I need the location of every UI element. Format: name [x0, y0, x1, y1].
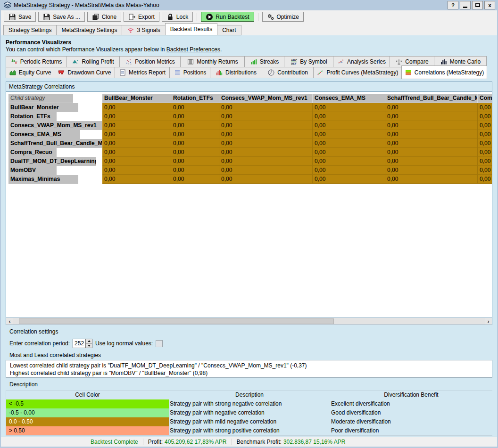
export-button[interactable]: Export	[124, 12, 159, 22]
correlation-cell[interactable]: 0,00	[478, 157, 492, 166]
log-normal-checkbox[interactable]	[156, 340, 163, 347]
row-header-maximas-minimas[interactable]: Maximas_Minimas	[8, 175, 78, 184]
correlation-cell[interactable]: 0,00	[219, 121, 313, 130]
correlation-cell[interactable]: 0,00	[385, 130, 478, 139]
correlation-cell[interactable]: 0,00	[171, 166, 219, 175]
correlation-cell[interactable]: 0,00	[219, 103, 313, 112]
row-header-schafftrend-bull-bear-candle-ms[interactable]: SchaffTrend_Bull_Bear_Candle_MS	[8, 139, 102, 148]
scroll-left-icon[interactable]: ‹	[6, 318, 13, 325]
correlation-cell[interactable]: 0,00	[313, 139, 385, 148]
lock-button[interactable]: Lock	[162, 12, 193, 22]
horizontal-scrollbar[interactable]: ‹ ›	[6, 318, 492, 325]
correlation-cell[interactable]: 0,00	[102, 175, 171, 184]
backtest-preferences-link[interactable]: Backtest Preferences	[166, 46, 220, 53]
correlation-cell[interactable]: 0,00	[219, 148, 313, 157]
correlation-cell[interactable]: 0,00	[313, 121, 385, 130]
correlation-cell[interactable]: 0,00	[102, 103, 171, 112]
close-button[interactable]: x	[484, 1, 495, 9]
corner-header[interactable]: Child strategy	[8, 94, 73, 103]
save-as-button[interactable]: Save As ...	[38, 12, 84, 22]
viz-tab-rolling-profit[interactable]: Rolling Profit	[66, 56, 120, 67]
viz-tab-periodic-returns[interactable]: Periodic Returns	[6, 56, 66, 67]
correlation-cell[interactable]: 0,00	[102, 166, 171, 175]
tab-backtest-results[interactable]: Backtest Results	[165, 23, 217, 35]
correlation-cell[interactable]: 0,00	[385, 103, 478, 112]
row-header-consecs-ema-ms[interactable]: Consecs_EMA_MS	[8, 130, 80, 139]
tab-strategy-settings[interactable]: Strategy Settings	[3, 25, 57, 35]
correlation-cell[interactable]: 0,00	[478, 121, 492, 130]
correlation-cell[interactable]: 0,00	[313, 112, 385, 121]
row-header-rotation-etfs[interactable]: Rotation_ETFs	[8, 112, 57, 121]
scroll-right-icon[interactable]: ›	[485, 318, 492, 325]
correlation-cell[interactable]: 0,00	[313, 130, 385, 139]
viz-tab-position-metrics[interactable]: Position Metrics	[119, 56, 181, 67]
viz-tab-drawdown-curve[interactable]: Drawdown Curve	[54, 67, 115, 78]
maximize-button[interactable]	[472, 1, 483, 9]
scrollbar-thumb[interactable]	[19, 318, 334, 324]
correlation-cell[interactable]: 0,00	[313, 157, 385, 166]
viz-tab-equity-curve[interactable]: Equity Curve	[6, 67, 54, 78]
correlation-cell[interactable]: 0,00	[102, 157, 171, 166]
correlation-cell[interactable]: 0,00	[385, 175, 478, 184]
correlation-cell[interactable]: 0,00	[102, 121, 171, 130]
column-header-consecs-ema-ms[interactable]: Consecs_EMA_MS	[313, 94, 385, 103]
correlation-cell[interactable]: 0,00	[478, 175, 492, 184]
tab-chart[interactable]: Chart	[217, 25, 241, 35]
correlation-cell[interactable]: 0,00	[313, 103, 385, 112]
correlation-cell[interactable]: 0,00	[219, 112, 313, 121]
correlation-cell[interactable]: 0,00	[219, 166, 313, 175]
correlation-cell[interactable]: 0,00	[219, 139, 313, 148]
correlation-cell[interactable]: 0,00	[102, 112, 171, 121]
correlation-cell[interactable]: 0,00	[385, 112, 478, 121]
tab-metastrategy-settings[interactable]: MetaStrategy Settings	[56, 25, 122, 35]
correlation-cell[interactable]: 0,00	[171, 139, 219, 148]
viz-tab-contribution[interactable]: Contribution	[262, 67, 314, 78]
correlation-cell[interactable]: 0,00	[171, 148, 219, 157]
correlation-cell[interactable]: 0,00	[478, 130, 492, 139]
correlation-cell[interactable]: 0,00	[171, 112, 219, 121]
column-header-consecs-vwap-mom-ms-rev1[interactable]: Consecs_VWAP_Mom_MS_rev1	[219, 94, 313, 103]
correlation-cell[interactable]: 0,00	[171, 121, 219, 130]
correlation-cell[interactable]: 0,00	[171, 175, 219, 184]
viz-tab-analysis-series[interactable]: Analysis Series	[333, 56, 390, 67]
correlation-cell[interactable]: 0,00	[171, 157, 219, 166]
correlation-cell[interactable]: 0,00	[102, 130, 171, 139]
spinner-buttons[interactable]	[86, 339, 92, 348]
viz-tab-monthly-returns[interactable]: Monthly Returns	[180, 56, 245, 67]
correlation-cell[interactable]: 0,00	[385, 166, 478, 175]
correlation-cell[interactable]: 0,00	[313, 175, 385, 184]
viz-tab-metrics-report[interactable]: Metrics Report	[115, 67, 170, 78]
run-backtest-button[interactable]: Run Backtest	[201, 12, 254, 22]
correlation-cell[interactable]: 0,00	[478, 139, 492, 148]
column-header-rotation-etfs[interactable]: Rotation_ETFs	[171, 94, 219, 103]
column-header-bullbear-monster[interactable]: BullBear_Monster	[102, 94, 171, 103]
period-value[interactable]: 252	[73, 339, 86, 348]
tab-signals[interactable]: 3 Signals	[122, 25, 165, 35]
row-header-momobv[interactable]: MomOBV	[8, 166, 57, 175]
minimize-button[interactable]	[460, 1, 471, 9]
column-header-schafftrend-bull-bear-candle-ms[interactable]: SchaffTrend_Bull_Bear_Candle_MS	[385, 94, 478, 103]
row-header-dualtf-mom-dt-deeplearning[interactable]: DualTF_MOM_DT_DeepLearning	[8, 157, 96, 166]
correlation-cell[interactable]: 0,00	[478, 148, 492, 157]
row-header-bullbear-monster[interactable]: BullBear_Monster	[8, 103, 78, 112]
viz-tab-distributions[interactable]: Distributions	[210, 67, 262, 78]
spinner-down-icon[interactable]	[86, 343, 92, 348]
correlation-cell[interactable]: 0,00	[385, 148, 478, 157]
correlation-cell[interactable]: 0,00	[171, 103, 219, 112]
correlation-cell[interactable]: 0,00	[171, 130, 219, 139]
correlation-cell[interactable]: 0,00	[313, 148, 385, 157]
correlation-cell[interactable]: 0,00	[219, 175, 313, 184]
viz-tab-profit-curves-metastrategy[interactable]: Profit Curves (MetaStrategy)	[313, 67, 402, 78]
row-header-compra-recuo[interactable]: Compra_Recuo	[8, 148, 57, 157]
correlation-cell[interactable]: 0,00	[385, 139, 478, 148]
correlation-cell[interactable]: 0,00	[313, 166, 385, 175]
clone-button[interactable]: Clone	[87, 12, 121, 22]
correlation-cell[interactable]: 0,00	[219, 130, 313, 139]
scrollbar-track[interactable]	[13, 318, 485, 325]
correlation-cell[interactable]: 0,00	[478, 103, 492, 112]
viz-tab-correlations-metastrategy[interactable]: Correlations (MetaStrategy)	[401, 65, 487, 79]
correlation-cell[interactable]: 0,00	[102, 139, 171, 148]
help-button[interactable]: ?	[448, 1, 458, 9]
spinner-up-icon[interactable]	[86, 339, 92, 343]
correlation-cell[interactable]: 0,00	[385, 157, 478, 166]
